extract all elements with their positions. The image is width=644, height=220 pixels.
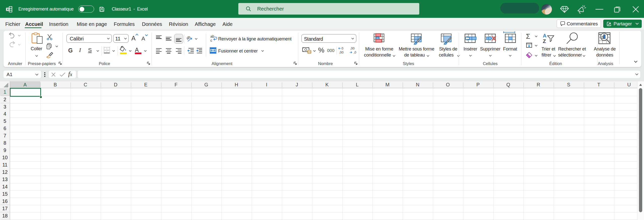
svg-text:ab: ab [210,34,214,38]
svg-text:A: A [543,33,546,38]
svg-text:Z: Z [543,38,546,44]
svg-text:,00: ,00 [339,50,344,54]
svg-text:0: 0 [342,46,343,50]
svg-text:c: c [210,38,212,42]
svg-text:ab: ab [185,35,191,41]
